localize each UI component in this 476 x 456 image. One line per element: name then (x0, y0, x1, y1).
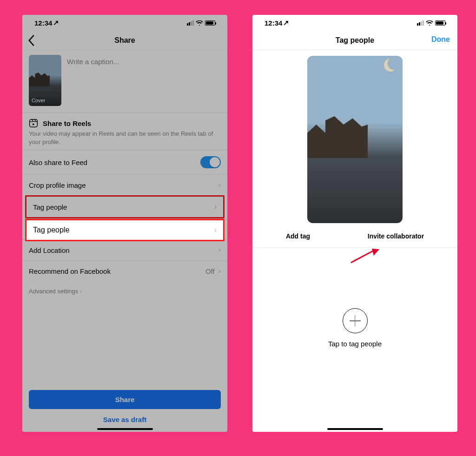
page-title: Tag people (336, 36, 374, 45)
cover-thumbnail[interactable]: Cover (29, 55, 61, 106)
feed-toggle[interactable] (200, 156, 221, 168)
cover-label: Cover (32, 98, 45, 103)
media-preview[interactable] (307, 56, 403, 223)
recommend-facebook-row[interactable]: Recommend on Facebook Off› (22, 260, 227, 281)
moon-icon (382, 57, 399, 73)
home-indicator (97, 428, 153, 430)
status-time: 12:34 (264, 19, 282, 27)
invite-collaborator-button[interactable]: Invite collaborator (368, 232, 424, 240)
svg-line-1 (351, 251, 373, 263)
tag-options: Add tag Invite collaborator (252, 223, 457, 248)
reels-title: Share to Reels (43, 119, 91, 127)
save-draft-button[interactable]: Save as draft (29, 409, 221, 425)
share-to-feed-row: Also share to Feed (22, 150, 227, 174)
crop-row[interactable]: Crop profile image › (22, 174, 227, 195)
back-icon[interactable] (27, 34, 36, 46)
caption-row: Cover Write a caption... (22, 50, 227, 112)
caption-input[interactable]: Write a caption... (67, 55, 221, 106)
dim-cutout: Tag people › (25, 219, 225, 241)
reels-icon (29, 119, 38, 128)
wifi-icon (426, 20, 433, 26)
battery-icon (435, 20, 445, 26)
annotation-arrow-icon (349, 247, 381, 266)
status-bar: 12:34 ↗ (252, 15, 457, 31)
battery-icon (205, 20, 215, 26)
status-time: 12:34 (34, 19, 52, 27)
preview-area[interactable] (252, 50, 457, 223)
tag-people-row[interactable]: Tag people › (26, 197, 223, 217)
bottom-actions: Share Save as draft (22, 390, 227, 425)
plus-icon[interactable] (343, 308, 368, 333)
tap-to-tag-label: Tap to tag people (252, 333, 457, 348)
signal-icon (187, 20, 194, 26)
home-indicator (327, 428, 383, 430)
signal-icon (417, 20, 424, 26)
chevron-right-icon: › (218, 181, 221, 189)
add-tag-button[interactable]: Add tag (286, 232, 310, 240)
share-screen: 12:34 ↗ Share Cover Write a caption... S… (22, 15, 227, 432)
reels-section: Share to Reels Your video may appear in … (22, 112, 227, 150)
header: Tag people Done (252, 31, 457, 50)
wifi-icon (196, 20, 203, 26)
status-bar: 12:34 ↗ (22, 15, 227, 31)
tag-people-screen: 12:34 ↗ Tag people Done Add tag Invite c… (252, 15, 457, 432)
header: Share (22, 31, 227, 50)
feed-label: Also share to Feed (29, 159, 87, 166)
done-button[interactable]: Done (431, 35, 450, 44)
tag-people-highlight: Tag people › (25, 195, 225, 218)
chevron-right-icon: › (218, 267, 221, 275)
add-location-row[interactable]: Add Location › (22, 239, 227, 260)
fb-value: Off (205, 267, 215, 275)
page-title: Share (114, 36, 135, 45)
svg-rect-0 (30, 119, 38, 127)
share-button[interactable]: Share (29, 390, 221, 409)
advanced-settings-row[interactable]: Advanced settings › (22, 281, 227, 301)
chevron-right-icon: › (218, 246, 221, 254)
chevron-right-icon: › (214, 203, 217, 211)
reels-description: Your video may appear in Reels and can b… (29, 130, 221, 150)
svg-marker-2 (372, 249, 379, 256)
